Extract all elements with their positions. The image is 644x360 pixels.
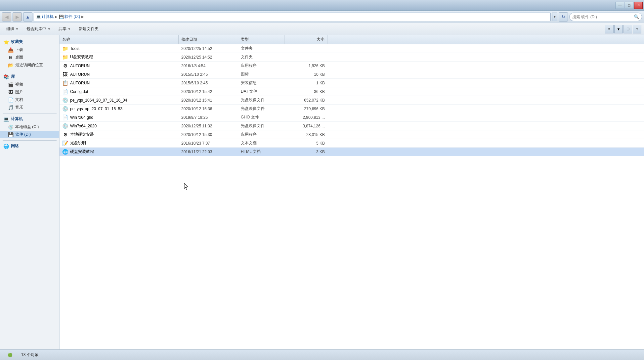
file-date-cell: 2020/12/25 14:52: [179, 54, 238, 61]
file-type-icon: ⚙: [62, 132, 68, 138]
file-name-cell: 💿 pe_yqs_1064_20_07_31_16_04: [60, 96, 179, 104]
file-size-cell: 3,874,126 ...: [284, 123, 327, 129]
file-date-cell: 2020/12/25 14:52: [179, 45, 238, 52]
file-type-cell: 应用程序: [238, 62, 284, 69]
table-row[interactable]: 💿 Win7x64_2020 2020/12/25 11:32 光盘映像文件 3…: [60, 122, 644, 130]
sidebar-header-favorites[interactable]: ⭐ 收藏夹: [0, 38, 59, 46]
file-type-icon: 📁: [62, 46, 68, 52]
desktop-icon: 🖥: [8, 55, 13, 60]
status-count: 13 个对象: [21, 352, 39, 358]
sidebar-item-desktop[interactable]: 🖥 桌面: [0, 54, 59, 61]
share-button[interactable]: 共享 ▼: [55, 24, 74, 34]
sidebar-header-network[interactable]: 🌐 网络: [0, 142, 59, 150]
favorites-star-icon: ⭐: [3, 39, 9, 45]
file-type-cell: 光盘映像文件: [238, 122, 284, 130]
file-type-cell: GHO 文件: [238, 113, 284, 121]
file-rows: 📁 Tools 2020/12/25 14:52 文件夹 📁 U盘安装教程 20…: [60, 44, 644, 156]
col-header-date[interactable]: 修改日期: [179, 35, 238, 44]
col-header-name[interactable]: 名称: [60, 35, 179, 44]
sidebar-item-video[interactable]: 🎬 视频: [0, 81, 59, 88]
file-size-cell: 3 KB: [284, 149, 327, 155]
col-header-type[interactable]: 类型: [238, 35, 284, 44]
file-list-container[interactable]: 名称 修改日期 类型 大小 📁 Tools 2020/12/25 14:52 文…: [60, 35, 644, 349]
file-name-label: AUTORUN: [70, 81, 90, 85]
sidebar-header-computer[interactable]: 💻 计算机: [0, 115, 59, 123]
close-button[interactable]: ✕: [634, 2, 643, 9]
file-name-cell: 🖼 AUTORUN: [60, 70, 179, 78]
sidebar-header-library[interactable]: 📚 库: [0, 72, 59, 81]
breadcrumb-drive[interactable]: 💾 软件 (D:): [59, 14, 80, 20]
table-row[interactable]: ⚙ 本地硬盘安装 2020/10/12 15:30 应用程序 28,315 KB: [60, 130, 644, 139]
table-row[interactable]: 📄 Config.dat 2020/10/12 15:42 DAT 文件 36 …: [60, 87, 644, 96]
table-row[interactable]: 📁 U盘安装教程 2020/12/25 14:52 文件夹: [60, 53, 644, 62]
include-library-button[interactable]: 包含到库中 ▼: [23, 24, 54, 34]
file-name-label: Win7x64.gho: [70, 115, 93, 120]
file-name-cell: 💿 Win7x64_2020: [60, 122, 179, 130]
organize-button[interactable]: 组织 ▼: [3, 24, 22, 34]
computer-icon: 💻: [36, 15, 41, 19]
maximize-button[interactable]: □: [625, 2, 633, 9]
view-toggle-button[interactable]: ≡: [605, 25, 614, 33]
file-size-cell: 279,696 KB: [284, 106, 327, 112]
status-bar: 🟢 13 个对象: [0, 349, 644, 360]
file-type-cell: 光盘映像文件: [238, 105, 284, 112]
preview-pane-button[interactable]: ⊞: [623, 25, 632, 33]
sidebar-item-c-drive[interactable]: 💿 本地磁盘 (C:): [0, 123, 59, 131]
table-row[interactable]: ⚙ AUTORUN 2016/1/8 4:54 应用程序 1,926 KB: [60, 62, 644, 70]
file-type-icon: 📁: [62, 54, 68, 60]
view-dropdown-button[interactable]: ▼: [614, 25, 623, 33]
sidebar-item-pictures[interactable]: 🖼 图片: [0, 88, 59, 96]
file-type-cell: HTML 文档: [238, 148, 284, 156]
new-folder-button[interactable]: 新建文件夹: [75, 24, 102, 34]
breadcrumb-dropdown[interactable]: ▼: [552, 13, 557, 21]
share-arrow-icon: ▼: [68, 27, 71, 31]
table-row[interactable]: 📄 Win7x64.gho 2019/9/7 19:25 GHO 文件 2,90…: [60, 113, 644, 122]
sidebar-section-network: 🌐 网络: [0, 142, 59, 150]
search-input[interactable]: [572, 15, 632, 19]
network-icon: 🌐: [3, 144, 9, 149]
table-row[interactable]: 💿 pe_yqs_1064_20_07_31_16_04 2020/10/12 …: [60, 96, 644, 105]
refresh-button[interactable]: ↻: [559, 12, 568, 22]
file-size-cell: [284, 48, 327, 50]
address-bar: ◀ ▶ ▲ 💻 计算机 ▶ 💾 软件 (D:) ▶ ▼ ↻ 🔍: [0, 11, 644, 23]
file-size-cell: 28,315 KB: [284, 131, 327, 138]
breadcrumb-computer[interactable]: 💻 计算机: [36, 14, 54, 20]
file-name-cell: 📄 Config.dat: [60, 88, 179, 96]
file-name-cell: 📁 Tools: [60, 45, 179, 53]
file-date-cell: 2020/10/12 15:41: [179, 97, 238, 104]
file-name-label: Config.dat: [70, 89, 88, 94]
table-row[interactable]: 📁 Tools 2020/12/25 14:52 文件夹: [60, 44, 644, 53]
sidebar-item-downloads[interactable]: 📥 下载: [0, 46, 59, 54]
table-row[interactable]: 💿 pe_yqs_xp_20_07_31_15_53 2020/10/12 15…: [60, 105, 644, 113]
sidebar-item-recent[interactable]: 📂 最近访问的位置: [0, 61, 59, 69]
file-type-icon: 📄: [62, 114, 68, 120]
table-row[interactable]: 🖼 AUTORUN 2015/5/10 2:45 图标 10 KB: [60, 70, 644, 79]
sidebar-item-music[interactable]: 🎵 音乐: [0, 104, 59, 111]
title-bar-buttons: — □ ✕: [616, 2, 643, 9]
file-type-icon: 📝: [62, 140, 68, 146]
file-size-cell: 652,072 KB: [284, 97, 327, 104]
drive-icon: 💾: [59, 15, 64, 19]
file-name-label: 硬盘安装教程: [70, 149, 94, 155]
search-icon[interactable]: 🔍: [634, 14, 639, 19]
minimize-button[interactable]: —: [616, 2, 624, 9]
file-date-cell: 2016/10/23 7:07: [179, 140, 238, 147]
view-buttons: ≡ ▼ ⊞ ?: [605, 25, 641, 33]
file-name-label: U盘安装教程: [70, 54, 93, 60]
table-row[interactable]: 📋 AUTORUN 2015/5/10 2:45 安装信息 1 KB: [60, 79, 644, 87]
file-name-cell: 📁 U盘安装教程: [60, 53, 179, 61]
col-header-size[interactable]: 大小: [284, 35, 327, 44]
forward-button[interactable]: ▶: [13, 12, 22, 22]
file-name-cell: 📋 AUTORUN: [60, 79, 179, 87]
file-date-cell: 2019/9/7 19:25: [179, 114, 238, 121]
table-row[interactable]: 📝 光盘说明 2016/10/23 7:07 文本文档 5 KB: [60, 139, 644, 148]
help-button[interactable]: ?: [633, 25, 641, 33]
file-type-icon: 🌐: [62, 149, 68, 155]
sidebar-item-d-drive[interactable]: 💾 软件 (D:): [0, 131, 59, 138]
sidebar-item-documents[interactable]: 📄 文档: [0, 96, 59, 104]
up-button[interactable]: ▲: [23, 12, 32, 22]
table-row[interactable]: 🌐 硬盘安装教程 2016/11/21 22:03 HTML 文档 3 KB: [60, 148, 644, 156]
back-button[interactable]: ◀: [2, 12, 11, 22]
c-drive-icon: 💿: [8, 124, 13, 130]
file-name-cell: 💿 pe_yqs_xp_20_07_31_15_53: [60, 105, 179, 113]
